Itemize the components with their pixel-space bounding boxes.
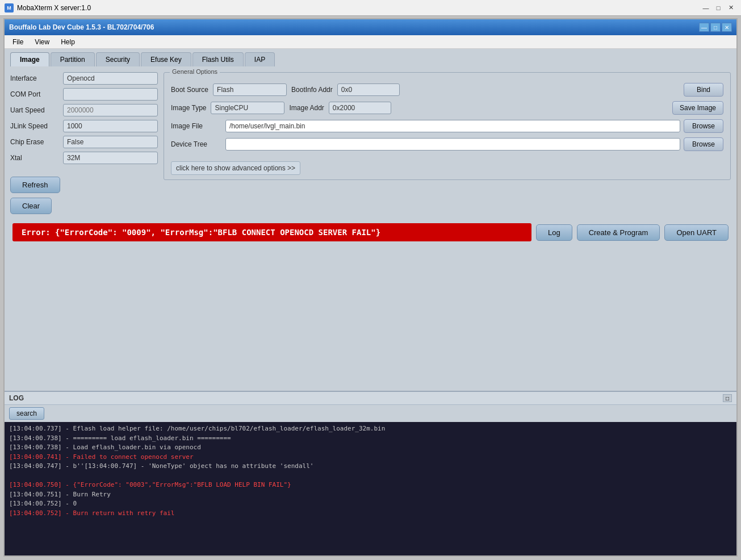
image-addr-input[interactable]: [329, 102, 391, 114]
image-addr-label: Image Addr: [289, 104, 324, 112]
log-header: LOG □: [5, 392, 736, 405]
outer-titlebar-left: M MobaXterm X server:1.0: [5, 3, 91, 12]
log-button[interactable]: Log: [536, 224, 572, 241]
log-section: LOG □ search [13:04:00.737] - Eflash loa…: [5, 391, 736, 555]
bootinfo-addr-input[interactable]: [337, 83, 400, 96]
log-line: [13:04:00.737] - Eflash load helper file…: [9, 424, 732, 434]
inner-titlebar-controls: — □ ✕: [699, 23, 732, 32]
log-controls: □: [723, 394, 732, 402]
boot-source-label: Boot Source: [171, 86, 208, 94]
field-row-uart-speed: Uart Speed: [10, 104, 158, 116]
boot-source-input[interactable]: [213, 83, 287, 96]
interface-input[interactable]: [63, 72, 158, 85]
outer-titlebar-controls: — □ ✕: [700, 3, 736, 13]
menu-help[interactable]: Help: [55, 37, 81, 47]
log-content: [13:04:00.737] - Eflash load helper file…: [5, 422, 736, 555]
chip-erase-label: Chip Erase: [10, 138, 58, 146]
search-button[interactable]: search: [9, 407, 44, 420]
jlink-speed-label: JLink Speed: [10, 122, 58, 130]
jlink-speed-input[interactable]: [63, 120, 158, 132]
log-line: [13:04:00.738] - ========= load eflash_l…: [9, 434, 732, 444]
device-tree-label: Device Tree: [171, 140, 222, 148]
uart-speed-label: Uart Speed: [10, 106, 58, 114]
com-port-input[interactable]: [63, 88, 158, 101]
log-line: [13:04:00.750] - {"ErrorCode": "0003","E…: [9, 480, 732, 490]
open-uart-button[interactable]: Open UART: [664, 224, 729, 241]
menu-view[interactable]: View: [29, 37, 55, 47]
browse-device-button[interactable]: Browse: [684, 137, 723, 151]
interface-label: Interface: [10, 74, 58, 82]
log-line: [13:04:00.751] - Burn Retry: [9, 490, 732, 500]
top-section: Interface COM Port Uart Speed JLink Spee…: [10, 72, 731, 214]
tab-security[interactable]: Security: [96, 52, 140, 66]
app-icon: M: [5, 3, 14, 12]
bootinfo-addr-label: BootInfo Addr: [291, 86, 333, 94]
clear-button[interactable]: Clear: [10, 198, 52, 214]
button-row: Refresh Clear: [10, 177, 158, 214]
menubar: File View Help: [5, 35, 736, 49]
tab-iap[interactable]: IAP: [245, 52, 275, 66]
left-panel: Interface COM Port Uart Speed JLink Spee…: [10, 72, 158, 214]
device-tree-row: Device Tree Browse: [171, 137, 723, 151]
close-button[interactable]: ✕: [725, 3, 736, 13]
general-options-group: General Options Boot Source BootInfo Add…: [164, 72, 731, 180]
inner-maximize-button[interactable]: □: [710, 23, 721, 32]
image-file-label: Image File: [171, 122, 222, 130]
log-line: [13:04:00.752] - 0: [9, 499, 732, 509]
field-row-interface: Interface: [10, 72, 158, 85]
inner-close-button[interactable]: ✕: [722, 23, 732, 32]
log-toolbar: search: [5, 405, 736, 422]
maximize-button[interactable]: □: [713, 3, 724, 13]
tab-image[interactable]: Image: [10, 52, 49, 66]
log-line: [13:04:00.741] - Failed to connect openo…: [9, 453, 732, 462]
menu-file[interactable]: File: [7, 37, 29, 47]
field-row-xtal: Xtal: [10, 152, 158, 164]
log-expand-button[interactable]: □: [723, 394, 732, 402]
com-port-label: COM Port: [10, 90, 58, 98]
uart-speed-input[interactable]: [63, 104, 158, 116]
bind-button[interactable]: Bind: [684, 83, 723, 97]
general-options-title: General Options: [170, 68, 220, 75]
image-file-row: Image File Browse: [171, 119, 723, 133]
xtal-input[interactable]: [63, 152, 158, 164]
browse-image-button[interactable]: Browse: [684, 119, 723, 133]
image-type-label: Image Type: [171, 104, 206, 112]
refresh-button[interactable]: Refresh: [10, 177, 60, 193]
device-tree-input[interactable]: [225, 138, 680, 151]
main-content: Interface COM Port Uart Speed JLink Spee…: [5, 66, 736, 391]
image-type-input[interactable]: [211, 102, 284, 114]
tab-bar: Image Partition Security Efuse Key Flash…: [5, 49, 736, 66]
create-program-button[interactable]: Create & Program: [577, 224, 660, 241]
advanced-options-link[interactable]: click here to show advanced options >>: [171, 161, 300, 175]
log-line: [13:04:00.752] - Burn return with retry …: [9, 509, 732, 519]
tab-flash-utils[interactable]: Flash Utils: [192, 52, 244, 66]
inner-titlebar: Bouffalo Lab Dev Cube 1.5.3 - BL702/704/…: [5, 19, 736, 35]
field-row-chip-erase: Chip Erase: [10, 136, 158, 148]
log-line: [13:04:00.747] - b''[13:04:00.747] - 'No…: [9, 462, 732, 471]
log-title: LOG: [9, 394, 24, 402]
outer-titlebar: M MobaXterm X server:1.0 — □ ✕: [0, 0, 741, 16]
field-row-com-port: COM Port: [10, 88, 158, 101]
tab-efuse-key[interactable]: Efuse Key: [141, 52, 191, 66]
outer-window-title: MobaXterm X server:1.0: [17, 4, 91, 12]
inner-window-title: Bouffalo Lab Dev Cube 1.5.3 - BL702/704/…: [9, 23, 154, 31]
minimize-button[interactable]: —: [700, 3, 711, 13]
error-bar: Error: {"ErrorCode": "0009", "ErrorMsg":…: [12, 223, 531, 241]
action-row: Error: {"ErrorCode": "0009", "ErrorMsg":…: [10, 219, 731, 246]
image-file-input[interactable]: [225, 120, 680, 132]
field-row-jlink-speed: JLink Speed: [10, 120, 158, 132]
inner-minimize-button[interactable]: —: [699, 23, 709, 32]
log-line: [13:04:00.738] - Load eflash_loader.bin …: [9, 443, 732, 453]
save-image-button[interactable]: Save Image: [672, 101, 723, 115]
tab-partition[interactable]: Partition: [51, 52, 95, 66]
right-panel: General Options Boot Source BootInfo Add…: [164, 72, 731, 214]
inner-window: Bouffalo Lab Dev Cube 1.5.3 - BL702/704/…: [3, 18, 738, 557]
xtal-label: Xtal: [10, 154, 58, 162]
chip-erase-input[interactable]: [63, 136, 158, 148]
